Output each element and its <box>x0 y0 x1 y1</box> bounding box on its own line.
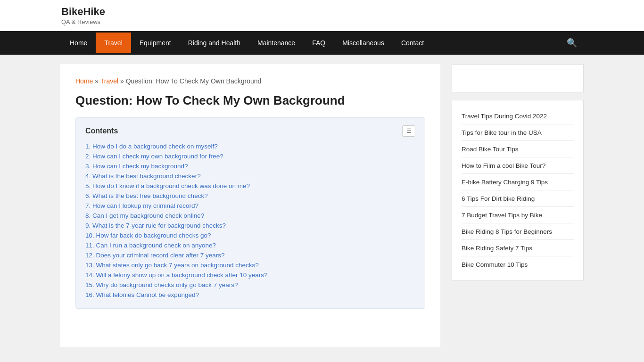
nav-item-faq[interactable]: FAQ <box>304 33 334 53</box>
toc-link[interactable]: 13. What states only go back 7 years on … <box>85 262 259 269</box>
sidebar-link[interactable]: Road Bike Tour Tips <box>462 146 519 153</box>
main-content: Home » Travel » Question: How To Check M… <box>60 64 440 347</box>
site-header: BikeHike QA & Reviews <box>0 0 644 31</box>
nav-item-home[interactable]: Home <box>61 33 96 53</box>
sidebar-link-item: E-bike Battery Charging 9 Tips <box>462 174 574 190</box>
breadcrumb-current: Question: How To Check My Own Background <box>126 77 262 85</box>
toc-link[interactable]: 2. How can I check my own background for… <box>85 153 223 160</box>
toc-item: 4. What is the best background checker? <box>85 172 415 180</box>
sidebar-link-item: Road Bike Tour Tips <box>462 141 574 157</box>
site-title[interactable]: BikeHike <box>61 6 583 18</box>
nav-item-miscellaneous[interactable]: Miscellaneous <box>334 33 393 53</box>
sidebar-link[interactable]: Travel Tips During Covid 2022 <box>462 113 547 120</box>
nav-item-riding-health[interactable]: Riding and Health <box>180 33 249 53</box>
toc-item: 15. Why do background checks only go bac… <box>85 281 415 288</box>
toc-link[interactable]: 16. What felonies Cannot be expunged? <box>85 291 199 298</box>
sidebar-link-item: 7 Budget Travel Tips by Bike <box>462 207 574 223</box>
toc-item: 1. How do I do a background check on mys… <box>85 142 415 150</box>
sidebar-link-item: Bike Riding 8 Tips for Beginners <box>462 223 574 240</box>
toc-link[interactable]: 12. Does your criminal record clear afte… <box>85 252 225 259</box>
sidebar-links-list: Travel Tips During Covid 2022Tips for Bi… <box>462 108 574 272</box>
toc-item: 9. What is the 7-year rule for backgroun… <box>85 222 415 229</box>
breadcrumb: Home » Travel » Question: How To Check M… <box>75 77 425 85</box>
nav-item-travel[interactable]: Travel <box>96 33 131 53</box>
sidebar-link[interactable]: Tips for Bike tour in the USA <box>462 129 542 136</box>
sidebar-link-item: Tips for Bike tour in the USA <box>462 124 574 141</box>
toc-link[interactable]: 11. Can I run a background check on anyo… <box>85 242 216 249</box>
toc-item: 16. What felonies Cannot be expunged? <box>85 291 415 298</box>
main-container: Home » Travel » Question: How To Check M… <box>60 55 584 356</box>
toc-link[interactable]: 6. What is the best free background chec… <box>85 192 208 199</box>
toc-item: 8. Can I get my background check online? <box>85 212 415 219</box>
toc-item: 10. How far back do background checks go… <box>85 231 415 239</box>
sidebar-search-widget <box>452 64 584 92</box>
sidebar-link[interactable]: Bike Riding 8 Tips for Beginners <box>462 228 552 235</box>
site-tagline: QA & Reviews <box>61 18 100 25</box>
toc-link[interactable]: 8. Can I get my background check online? <box>85 212 204 219</box>
sidebar-link-item: How to Film a cool Bike Tour? <box>462 157 574 174</box>
sidebar: Travel Tips During Covid 2022Tips for Bi… <box>452 64 584 347</box>
sidebar-link-item: 6 Tips For Dirt bike Riding <box>462 190 574 207</box>
nav-item-maintenance[interactable]: Maintenance <box>249 33 304 53</box>
sidebar-link[interactable]: E-bike Battery Charging 9 Tips <box>462 179 548 186</box>
page-title: Question: How To Check My Own Background <box>75 93 425 108</box>
sidebar-link[interactable]: 7 Budget Travel Tips by Bike <box>462 212 542 219</box>
sidebar-link-item: Bike Commuter 10 Tips <box>462 256 574 272</box>
toc-toggle-icon[interactable]: ☰ <box>402 125 415 137</box>
search-icon[interactable]: 🔍 <box>561 31 583 55</box>
sidebar-link-item: Travel Tips During Covid 2022 <box>462 108 574 124</box>
toc-link[interactable]: 3. How can I check my background? <box>85 163 188 170</box>
toc-item: 12. Does your criminal record clear afte… <box>85 251 415 259</box>
sidebar-link[interactable]: How to Film a cool Bike Tour? <box>462 162 545 169</box>
toc-link[interactable]: 5. How do I know if a background check w… <box>85 182 250 189</box>
toc-item: 3. How can I check my background? <box>85 162 415 170</box>
nav-bar: Home Travel Equipment Riding and Health … <box>0 31 644 55</box>
nav-item-contact[interactable]: Contact <box>393 33 432 53</box>
sidebar-link[interactable]: 6 Tips For Dirt bike Riding <box>462 195 535 202</box>
sidebar-links-widget: Travel Tips During Covid 2022Tips for Bi… <box>452 100 584 280</box>
toc-item: 14. Will a felony show up on a backgroun… <box>85 271 415 279</box>
sidebar-link-item: Bike Riding Safety 7 Tips <box>462 240 574 256</box>
toc-list: 1. How do I do a background check on mys… <box>85 142 415 298</box>
breadcrumb-sep2: » <box>120 77 126 85</box>
toc-link[interactable]: 1. How do I do a background check on mys… <box>85 143 218 150</box>
toc-link[interactable]: 4. What is the best background checker? <box>85 173 201 180</box>
toc-item: 2. How can I check my own background for… <box>85 152 415 160</box>
sidebar-link[interactable]: Bike Commuter 10 Tips <box>462 261 528 268</box>
toc-item: 5. How do I know if a background check w… <box>85 182 415 189</box>
toc-link[interactable]: 15. Why do background checks only go bac… <box>85 281 238 288</box>
nav-item-equipment[interactable]: Equipment <box>131 33 180 53</box>
toc-item: 6. What is the best free background chec… <box>85 192 415 199</box>
toc-box: Contents ☰ 1. How do I do a background c… <box>75 117 425 309</box>
toc-item: 11. Can I run a background check on anyo… <box>85 241 415 249</box>
toc-link[interactable]: 14. Will a felony show up on a backgroun… <box>85 272 267 279</box>
breadcrumb-travel[interactable]: Travel <box>100 77 118 85</box>
breadcrumb-sep1: » <box>95 77 99 85</box>
toc-link[interactable]: 9. What is the 7-year rule for backgroun… <box>85 222 226 229</box>
toc-link[interactable]: 7. How can I lookup my criminal record? <box>85 202 198 209</box>
toc-item: 13. What states only go back 7 years on … <box>85 261 415 269</box>
toc-item: 7. How can I lookup my criminal record? <box>85 202 415 209</box>
sidebar-link[interactable]: Bike Riding Safety 7 Tips <box>462 245 532 252</box>
breadcrumb-home[interactable]: Home <box>75 77 93 85</box>
toc-link[interactable]: 10. How far back do background checks go… <box>85 232 211 239</box>
toc-title: Contents <box>85 127 118 135</box>
toc-header: Contents ☰ <box>85 125 415 137</box>
